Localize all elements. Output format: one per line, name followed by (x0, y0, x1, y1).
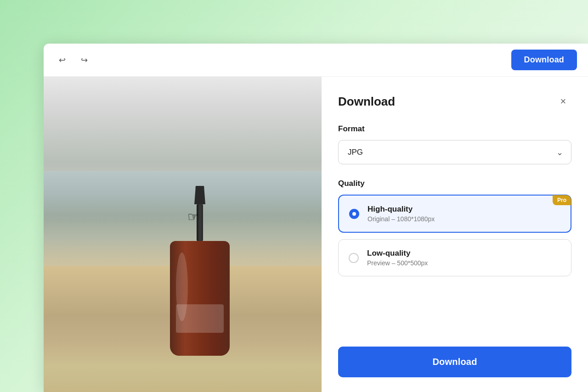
download-dialog: Download × Format JPG PNG SVG PDF ⌄ (322, 77, 588, 392)
dialog-close-button[interactable]: × (555, 93, 571, 110)
pump-head (193, 186, 207, 204)
dialog-header: Download × (338, 93, 571, 110)
quality-label: Quality (338, 179, 571, 188)
dialog-download-button[interactable]: Download (338, 347, 571, 377)
dialog-panel: Download × Format JPG PNG SVG PDF ⌄ (322, 77, 588, 392)
canvas-background: ☞ (44, 77, 356, 392)
bottle-body (170, 241, 230, 356)
quality-text-high: High-quality Original – 1080*1080px (368, 205, 435, 223)
quality-section: Quality High-quality Original – 1080*108… (338, 179, 571, 332)
content-area: ☞ Download × Format JPG PNG (44, 77, 588, 392)
quality-name-low: Low-quality (367, 249, 428, 258)
toolbar-right: Download (511, 50, 577, 70)
quality-option-low[interactable]: Low-quality Preview – 500*500px (338, 239, 571, 276)
quality-name-high: High-quality (368, 205, 435, 214)
dialog-title: Download (338, 95, 395, 109)
quality-desc-high: Original – 1080*1080px (368, 215, 435, 223)
radio-low[interactable] (349, 253, 359, 263)
toolbar-download-button[interactable]: Download (511, 50, 577, 70)
toolbar: ↩ ↪ Download (44, 44, 588, 77)
toolbar-left: ↩ ↪ (55, 53, 91, 67)
product-bottle (163, 186, 237, 360)
undo-button[interactable]: ↩ (55, 53, 69, 67)
bottle-label (176, 304, 224, 333)
pump-neck (197, 204, 203, 241)
quality-text-low: Low-quality Preview – 500*500px (367, 249, 428, 267)
radio-high[interactable] (349, 209, 359, 219)
format-select-wrapper[interactable]: JPG PNG SVG PDF ⌄ (338, 140, 571, 164)
format-section: Format JPG PNG SVG PDF ⌄ (338, 124, 571, 164)
redo-button[interactable]: ↪ (77, 53, 91, 67)
quality-option-high[interactable]: High-quality Original – 1080*1080px Pro (338, 195, 571, 233)
image-preview[interactable]: ☞ (44, 77, 356, 392)
pro-badge: Pro (553, 195, 571, 205)
app-window: ↩ ↪ Download (44, 44, 588, 392)
quality-options: High-quality Original – 1080*1080px Pro … (338, 195, 571, 276)
quality-desc-low: Preview – 500*500px (367, 259, 428, 267)
format-select[interactable]: JPG PNG SVG PDF (338, 140, 571, 164)
format-label: Format (338, 124, 571, 134)
